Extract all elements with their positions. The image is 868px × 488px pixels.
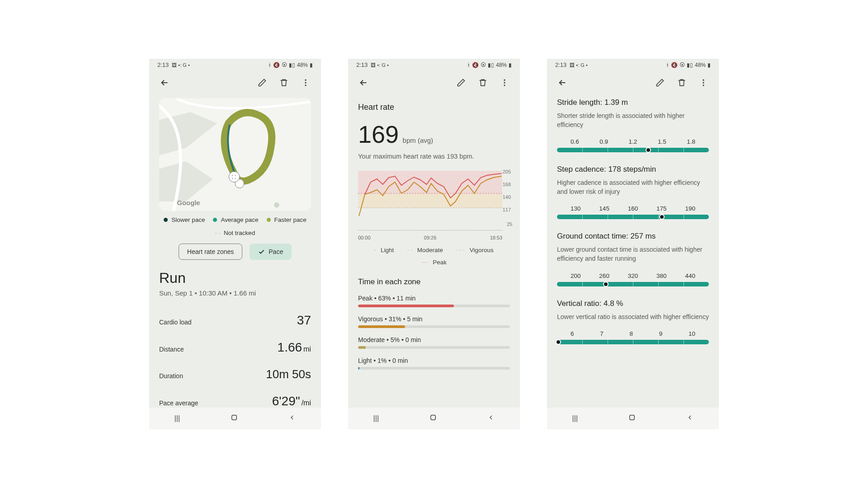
chip-pace[interactable]: Pace <box>250 244 292 260</box>
back-button[interactable] <box>156 74 174 92</box>
svg-rect-20 <box>630 415 635 420</box>
zone-moderate: Moderate • 5% • 0 min <box>358 336 510 349</box>
edit-button[interactable] <box>452 74 470 92</box>
delete-button[interactable] <box>275 74 293 92</box>
nav-back[interactable] <box>686 414 693 423</box>
status-bar: 2:13🖼︎ •: G • ᚼ🔇⦿▮▯48%▮ <box>547 59 719 69</box>
nav-home[interactable] <box>429 413 437 423</box>
status-bar: 2:13🖼︎ •: G • ᚼ🔇⦿▮▯48%▮ <box>348 59 520 69</box>
metric-cardio-load: Cardio load 37 <box>159 307 311 334</box>
nav-recents[interactable]: ||| <box>373 414 379 422</box>
kpi-vertical-ratio: Vertical ratio: 4.8 % Lower vertical rat… <box>557 299 709 345</box>
zone-light: Light • 1% • 0 min <box>358 357 510 370</box>
svg-text:⛶: ⛶ <box>232 174 236 179</box>
svg-rect-13 <box>358 193 502 208</box>
chip-heart-rate-zones[interactable]: Heart rate zones <box>179 244 243 260</box>
nav-home[interactable] <box>628 413 636 423</box>
hr-avg-unit: bpm (avg) <box>403 136 434 144</box>
svg-rect-8 <box>232 415 237 420</box>
kpi-ground-contact-time: Ground contact time: 257 ms Lower ground… <box>557 232 709 286</box>
pace-legend: Slower pace Average pace Faster pace · ·… <box>159 216 311 236</box>
edit-button[interactable] <box>253 74 271 92</box>
svg-point-17 <box>703 80 704 81</box>
system-nav: ||| <box>149 408 321 429</box>
legend-average: Average pace <box>221 216 258 223</box>
nav-home[interactable] <box>230 413 238 423</box>
screen-running-form: 2:13🖼︎ •: G • ᚼ🔇⦿▮▯48%▮ Stride length: 1… <box>547 59 719 429</box>
hr-zone-legend: ·Light · ·Moderate · · ·Vigorous ····Pea… <box>358 247 510 266</box>
status-time: 2:13 <box>157 61 169 68</box>
wifi-icon: ⦿ <box>282 62 287 68</box>
metric-distance: Distance 1.66mi <box>159 334 311 361</box>
nav-back[interactable] <box>487 414 495 423</box>
legend-not-tracked: Not tracked <box>224 230 255 236</box>
back-button[interactable] <box>553 74 571 92</box>
legend-slower: Slower pace <box>171 216 205 223</box>
activity-subtitle: Sun, Sep 1 • 10:30 AM • 1.66 mi <box>159 289 311 297</box>
svg-point-18 <box>703 82 704 83</box>
svg-point-7 <box>274 202 279 208</box>
battery-icon: ▮ <box>310 62 313 68</box>
zone-vigorous: Vigorous • 31% • 5 min <box>358 315 510 328</box>
overflow-menu[interactable] <box>694 74 712 92</box>
hr-chart: 205 168 140 117 25 00:00 09:26 18:53 ·Li… <box>358 171 510 266</box>
edit-button[interactable] <box>651 74 669 92</box>
screen-heart-rate: 2:13🖼︎ •: G • ᚼ🔇⦿▮▯48%▮ Heart rate 169 b… <box>348 59 520 429</box>
svg-point-10 <box>504 82 505 83</box>
svg-rect-12 <box>358 171 502 193</box>
nav-recents[interactable]: ||| <box>572 414 578 422</box>
route-map[interactable]: ⛶ Google <box>159 98 311 211</box>
signal-icon: ▮▯ <box>289 62 295 68</box>
svg-point-11 <box>504 84 505 86</box>
svg-point-0 <box>305 80 306 81</box>
zone-peak: Peak • 63% • 11 min <box>358 295 510 307</box>
hr-avg-value: 169 <box>358 120 399 148</box>
zone-section-title: Time in each zone <box>358 277 510 286</box>
overflow-menu[interactable] <box>495 74 514 92</box>
status-icons-left: 🖼︎ •: G • <box>172 62 189 68</box>
map-attribution: Google <box>177 199 200 206</box>
back-button[interactable] <box>354 74 373 92</box>
svg-point-2 <box>305 84 306 86</box>
legend-faster: Faster pace <box>274 216 307 223</box>
metric-duration: Duration 10m 50s <box>159 361 311 388</box>
svg-point-19 <box>703 84 704 86</box>
hr-max-text: Your maximum heart rate was 193 bpm. <box>358 153 510 160</box>
app-bar <box>149 69 321 94</box>
kpi-step-cadence: Step cadence: 178 steps/min Higher caden… <box>557 165 709 219</box>
metric-pace-average: Pace average 6'29"/mi <box>159 388 311 408</box>
nav-recents[interactable]: ||| <box>175 414 180 422</box>
bluetooth-icon: ᚼ <box>268 62 271 68</box>
svg-point-9 <box>504 80 505 81</box>
activity-title: Run <box>159 270 311 286</box>
svg-point-1 <box>305 82 306 83</box>
svg-rect-16 <box>431 415 436 420</box>
delete-button[interactable] <box>673 74 691 92</box>
heart-rate-title: Heart rate <box>358 103 510 112</box>
mute-icon: 🔇 <box>273 62 280 68</box>
screen-run-summary: 2:13 🖼︎ •: G • ᚼ 🔇 ⦿ ▮▯ 48% ▮ <box>149 59 321 429</box>
status-bar: 2:13 🖼︎ •: G • ᚼ 🔇 ⦿ ▮▯ 48% ▮ <box>149 59 321 69</box>
delete-button[interactable] <box>474 74 492 92</box>
kpi-stride-length: Stride length: 1.39 m Shorter stride len… <box>557 98 709 152</box>
overflow-menu[interactable] <box>297 74 315 92</box>
nav-back[interactable] <box>288 414 296 423</box>
battery-text: 48% <box>297 62 308 68</box>
